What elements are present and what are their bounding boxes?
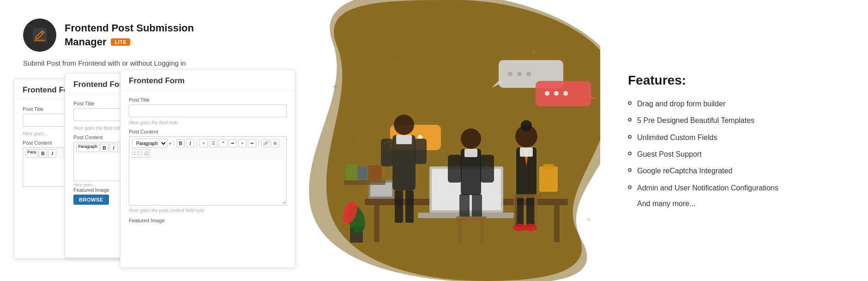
- italic-btn-2: I: [109, 144, 118, 152]
- svg-text:+: +: [356, 136, 361, 145]
- bold-btn-3[interactable]: B: [176, 139, 185, 147]
- svg-rect-54: [520, 147, 533, 157]
- toolbar-divider-3: [259, 140, 259, 147]
- svg-rect-44: [459, 194, 470, 217]
- lite-badge: LITE: [111, 38, 130, 46]
- svg-point-15: [526, 72, 531, 76]
- svg-rect-16: [536, 81, 591, 106]
- plugin-icon: [23, 18, 56, 52]
- feature-text-1: Drag and drop form builder: [637, 99, 725, 109]
- svg-rect-39: [415, 139, 427, 164]
- field-input-title-3: [129, 104, 287, 117]
- svg-point-13: [508, 72, 512, 76]
- svg-rect-67: [344, 180, 386, 185]
- feature-text-2: 5 Pre Designed Beautiful Templates: [637, 116, 754, 126]
- align-center-btn[interactable]: ≡: [238, 139, 247, 147]
- bold-btn-2: B: [100, 144, 108, 152]
- svg-rect-40: [396, 135, 412, 144]
- svg-rect-68: [345, 164, 357, 180]
- paragraph-dropdown[interactable]: Paragraph: [132, 139, 168, 148]
- plugin-name-line2: Manager: [65, 36, 106, 48]
- svg-rect-50: [480, 155, 494, 183]
- forms-stack: Frontend Form Post Title Here goes... Po…: [14, 69, 328, 281]
- svg-rect-43: [464, 149, 477, 157]
- resize-handle-3: ◢: [282, 199, 285, 204]
- svg-text:+: +: [448, 36, 452, 43]
- svg-point-59: [513, 224, 526, 231]
- svg-rect-61: [512, 194, 542, 198]
- link-btn[interactable]: 🔗: [261, 139, 270, 147]
- bold-btn-1: B: [39, 149, 47, 158]
- svg-point-19: [554, 91, 559, 96]
- svg-point-60: [524, 224, 537, 231]
- svg-rect-46: [456, 216, 487, 220]
- feature-bullet-2: [628, 118, 632, 122]
- svg-rect-37: [405, 190, 414, 223]
- plugin-name-line1: Frontend Post Submission: [65, 22, 194, 34]
- fullscreen-btn[interactable]: ⛶: [132, 149, 140, 158]
- svg-rect-28: [554, 205, 560, 242]
- form-card-3-title: Frontend Form: [121, 70, 295, 91]
- section-label-content-3: Post Content: [129, 129, 287, 134]
- featured-img-label-3: Featured Image: [129, 218, 287, 223]
- feature-item-6: Admin and User Notification Configuratio…: [628, 183, 840, 193]
- field-note-3: Here goes the field note: [129, 120, 287, 125]
- para-note-3: Here goes the post content field note: [129, 208, 287, 213]
- paragraph-select-2: Paragraph: [76, 144, 99, 152]
- svg-text:+: +: [503, 244, 507, 251]
- feature-text-5: Google reCaptcha Integrated: [637, 166, 732, 176]
- editor-area-3[interactable]: ◢: [129, 159, 287, 206]
- plugin-header: Frontend Post Submission Manager LITE: [23, 18, 300, 52]
- svg-rect-55: [539, 166, 558, 192]
- plugin-subtitle: Submit Post from Frontend with or withou…: [23, 59, 300, 67]
- feature-bullet-3: [628, 135, 632, 139]
- code-btn[interactable]: ⬜: [142, 149, 150, 158]
- svg-point-20: [563, 91, 568, 96]
- svg-rect-38: [381, 139, 393, 166]
- align-left-btn[interactable]: ⬅: [229, 139, 237, 147]
- feature-bullet-6: [628, 185, 632, 189]
- svg-point-41: [461, 128, 481, 149]
- form-card-front: Frontend Form Post Title Here goes the f…: [120, 69, 295, 268]
- feature-text-3: Unlimited Custom Fields: [637, 133, 717, 143]
- svg-rect-58: [526, 194, 535, 226]
- align-right-btn[interactable]: ➡: [248, 139, 256, 147]
- features-title: Features:: [628, 73, 840, 88]
- table-btn[interactable]: ⊞: [271, 139, 279, 147]
- italic-btn-1: I: [48, 149, 56, 158]
- svg-rect-69: [358, 166, 367, 180]
- field-label-title-3: Post Title: [129, 97, 287, 103]
- italic-btn-3[interactable]: I: [186, 139, 194, 147]
- feature-item-4: Guest Post Support: [628, 149, 840, 159]
- ul-btn[interactable]: ≡: [199, 139, 208, 147]
- editor-toolbar-3: Paragraph ▾ B I ≡ ☰ ❝ ⬅ ≡ ➡ 🔗 ⊞ ⛶ ⬜: [129, 136, 287, 159]
- features-container: Features: Drag and drop form builder 5 P…: [628, 73, 840, 208]
- svg-rect-47: [458, 220, 462, 243]
- svg-rect-70: [368, 165, 382, 180]
- svg-text:+: +: [392, 58, 397, 66]
- form-card-3-body: Post Title Here goes the field note Post…: [121, 91, 295, 232]
- plugin-title-block: Frontend Post Submission Manager LITE: [65, 22, 194, 49]
- svg-rect-49: [448, 155, 462, 183]
- feature-item-5: Google reCaptcha Integrated: [628, 166, 840, 176]
- feature-item-2: 5 Pre Designed Beautiful Templates: [628, 116, 840, 126]
- paragraph-select-1: Para: [25, 149, 38, 158]
- dropdown-arrow: ▾: [169, 141, 171, 146]
- svg-text:+: +: [337, 214, 342, 224]
- feature-text-6: Admin and User Notification Configuratio…: [637, 183, 778, 193]
- svg-rect-56: [543, 164, 554, 169]
- right-section: Features: Drag and drop form builder 5 P…: [600, 0, 868, 281]
- toolbar-divider-2: [197, 140, 197, 147]
- middle-section: + + + + + + + + + +: [300, 0, 614, 281]
- svg-rect-36: [395, 190, 403, 223]
- blockquote-btn[interactable]: ❝: [219, 139, 227, 147]
- feature-item-3: Unlimited Custom Fields: [628, 133, 840, 143]
- feature-more: And many more...: [628, 200, 840, 208]
- svg-rect-45: [472, 194, 482, 217]
- ol-btn[interactable]: ☰: [209, 139, 217, 147]
- svg-text:+: +: [531, 47, 536, 57]
- browse-btn-2[interactable]: BROWSE: [73, 195, 109, 205]
- feature-item-1: Drag and drop form builder: [628, 99, 840, 109]
- feature-text-4: Guest Post Support: [637, 149, 702, 159]
- svg-text:+: +: [586, 215, 591, 223]
